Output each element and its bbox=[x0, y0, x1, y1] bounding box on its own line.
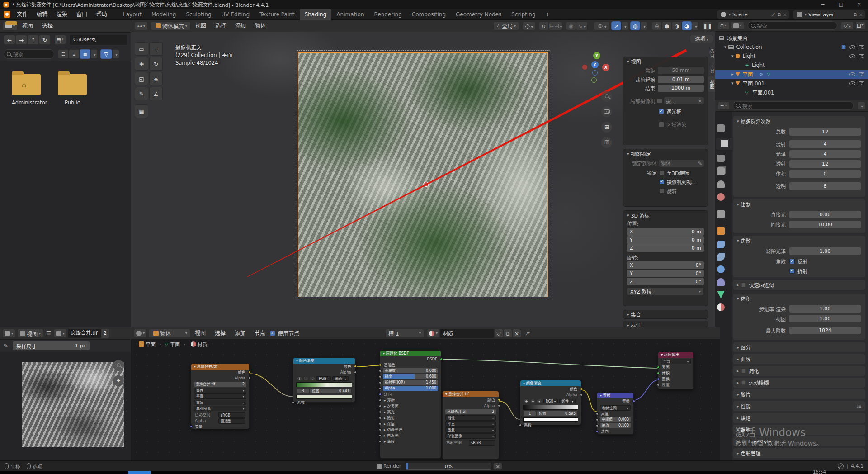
shading-solid-button[interactable]: ● bbox=[662, 21, 672, 30]
stop-color-swatch[interactable] bbox=[523, 417, 578, 422]
roughness-input-socket[interactable] bbox=[379, 375, 382, 378]
color-mode-dropdown[interactable]: RGB▾ bbox=[543, 399, 558, 403]
remove-stop-button[interactable]: − bbox=[303, 376, 308, 381]
space-dropdown[interactable]: 物体空间▾ bbox=[600, 405, 631, 411]
tab-compositing[interactable]: Compositing bbox=[407, 9, 451, 20]
stop-position-field[interactable]: 位置0.595 bbox=[537, 411, 577, 416]
scene-selector[interactable]: ▾ Scene 📌︎ ⧉ × bbox=[717, 10, 789, 19]
shader-node-editor[interactable]: ▾ 物体▾ 视图 选择 添加 节点 使用节点 槽 1▾ ▾ 材质 ⛉ ⧉ × 📌… bbox=[131, 327, 720, 460]
display-settings-dropdown[interactable]: ▾ bbox=[90, 49, 98, 59]
panel-annotations-collapsed[interactable]: ▸标注 bbox=[623, 321, 708, 327]
material-slot-dropdown[interactable]: 槽 1▾ bbox=[385, 329, 424, 338]
projection-dropdown[interactable]: 平直▾ bbox=[194, 393, 246, 399]
tool-cursor[interactable]: + bbox=[149, 42, 163, 56]
viewport-options-button[interactable]: 选项▾ bbox=[690, 35, 713, 43]
pause-render-button[interactable]: ❚❚ bbox=[703, 21, 712, 30]
menu-window[interactable]: 窗口 bbox=[72, 9, 92, 20]
zoom-nav-button[interactable] bbox=[601, 91, 612, 102]
back-button[interactable]: ← bbox=[4, 35, 15, 45]
reflective-caustics-checkbox[interactable] bbox=[789, 259, 795, 264]
gizmo-dropdown[interactable]: ▾ bbox=[621, 21, 628, 30]
panel-bake-collapsed[interactable]: ▸烘焙 bbox=[733, 413, 865, 423]
lock-to-object-field[interactable]: 物体✎ bbox=[659, 160, 704, 167]
node-displacement[interactable]: ▾ 置换 置换 物体空间▾ 高度 中间值0.000 缩放0.100 法向 bbox=[597, 392, 634, 435]
select-menu[interactable]: 选择 bbox=[211, 20, 231, 31]
step-rate-render-field[interactable]: 1.00 bbox=[789, 305, 861, 313]
tab-material[interactable] bbox=[717, 303, 725, 311]
forward-button[interactable]: → bbox=[15, 35, 27, 45]
freestyle-checkbox[interactable] bbox=[741, 439, 746, 444]
hide-icon[interactable] bbox=[849, 81, 855, 85]
overlays-toggle[interactable]: ◍ bbox=[630, 21, 640, 30]
path-field[interactable]: C:\Users\ bbox=[70, 35, 127, 45]
node-add-menu[interactable]: 添加 bbox=[230, 328, 250, 339]
panel-motion-blur-collapsed[interactable]: ▸运动模糊 bbox=[733, 378, 865, 388]
menus-icon[interactable]: ☰ bbox=[46, 330, 51, 337]
thickness-input-socket[interactable] bbox=[657, 384, 660, 386]
panel-color-management-collapsed[interactable]: ▸色彩管理 bbox=[733, 448, 865, 458]
vector-input-socket[interactable] bbox=[190, 425, 193, 428]
panel-collections-collapsed[interactable]: ▸集合 bbox=[623, 310, 708, 319]
alpha-mode-dropdown[interactable]: 直通型 bbox=[218, 418, 245, 424]
interpolation-dropdown[interactable]: 缓动▾ bbox=[332, 376, 349, 381]
metallic-input-socket[interactable] bbox=[379, 370, 382, 372]
axis-gizmo[interactable]: Y Z X bbox=[582, 52, 611, 85]
render-visibility-icon[interactable] bbox=[859, 72, 864, 76]
metallic-field[interactable]: 金属度0.000 bbox=[383, 368, 438, 373]
menu-help[interactable]: 帮助 bbox=[92, 9, 112, 20]
section-coat[interactable]: ▸ 涂层 bbox=[380, 421, 441, 427]
tab-object-data[interactable] bbox=[717, 291, 725, 299]
target-dropdown[interactable]: 全部▾ bbox=[661, 359, 691, 364]
scale-field[interactable]: 缩放0.100 bbox=[600, 423, 631, 428]
panel-view-lock-title[interactable]: 视图锁定 bbox=[631, 150, 651, 157]
bsdf-output-socket[interactable] bbox=[440, 358, 443, 360]
volume-input-socket[interactable] bbox=[657, 372, 660, 374]
tool-move[interactable]: ✚ bbox=[135, 57, 148, 71]
camera-view-button[interactable] bbox=[601, 106, 612, 117]
menu-render[interactable]: 渲染 bbox=[52, 9, 72, 20]
stop-position-field[interactable]: 位置0.441 bbox=[310, 389, 351, 393]
gizmo-toggle[interactable]: ↗ bbox=[611, 21, 621, 30]
file-view-menu[interactable]: 视图 bbox=[18, 21, 38, 32]
image-datablock-field[interactable]: 息烽合并.tif2 bbox=[194, 382, 246, 387]
browse-image-button[interactable]: ▾ bbox=[54, 329, 67, 338]
menu-file[interactable]: 文件 bbox=[12, 9, 32, 20]
tab-object[interactable] bbox=[717, 227, 725, 235]
image-pan-button[interactable]: ✥︎ bbox=[113, 375, 124, 386]
tab-output[interactable] bbox=[717, 155, 725, 162]
shading-wireframe-button[interactable]: ⊕ bbox=[652, 21, 662, 30]
maximize-button[interactable]: □ bbox=[832, 0, 850, 9]
tool-select-box[interactable]: ▭ bbox=[135, 42, 148, 56]
section-emission[interactable]: ▸ 自发光 bbox=[380, 433, 441, 439]
tab-render-active[interactable] bbox=[716, 138, 732, 150]
height-input-socket[interactable] bbox=[596, 412, 599, 415]
axis-y-negative[interactable] bbox=[591, 77, 597, 83]
node-colorramp-1[interactable]: ▾ 颜色渐变 颜色 Alpha +−▾RGB▾缓动▾ 3位置0.441 系数 bbox=[293, 357, 355, 403]
render-region-checkbox[interactable] bbox=[659, 122, 664, 127]
ior-field[interactable]: 折射率(IOR)1.450 bbox=[383, 380, 438, 385]
clip-end-field[interactable]: 1000 m bbox=[658, 85, 704, 92]
scale-input-socket[interactable] bbox=[596, 424, 599, 427]
stop-color-swatch[interactable] bbox=[296, 395, 352, 399]
base-color-input-socket[interactable] bbox=[379, 364, 382, 366]
row-plane-001-data[interactable]: ▽平面.001 bbox=[715, 88, 868, 97]
color-output-socket[interactable] bbox=[498, 398, 500, 401]
render-visibility-icon[interactable] bbox=[859, 54, 864, 58]
cursor-loc-x[interactable]: X0 m bbox=[627, 228, 704, 236]
file-search-input[interactable]: 搜索 bbox=[4, 49, 54, 59]
panel-film-collapsed[interactable]: ▸胶片 bbox=[733, 389, 865, 399]
stop-index-field[interactable]: 3 bbox=[297, 389, 309, 393]
panel-fast-gi-collapsed[interactable]: ▸快速GI近似 bbox=[733, 280, 865, 290]
n-tab-item[interactable]: 条目 bbox=[708, 46, 715, 61]
pin-icon[interactable]: 📌︎ bbox=[771, 12, 776, 18]
pin-icon[interactable]: 📌︎ bbox=[525, 330, 530, 337]
extension-dropdown[interactable]: 重复▾ bbox=[194, 400, 246, 405]
transmission-field[interactable]: 12 bbox=[789, 160, 861, 168]
interpolation-dropdown[interactable]: 线性▾ bbox=[559, 399, 576, 403]
panel-view-title[interactable]: 视图 bbox=[631, 58, 641, 65]
surface-input-socket[interactable] bbox=[657, 366, 660, 369]
overlays-dropdown[interactable]: ▾ bbox=[640, 21, 647, 30]
properties-options-dropdown[interactable]: ▾ bbox=[857, 101, 865, 110]
stop-index-field[interactable]: 1 bbox=[524, 411, 536, 416]
axis-y-positive[interactable]: Y bbox=[593, 52, 600, 59]
